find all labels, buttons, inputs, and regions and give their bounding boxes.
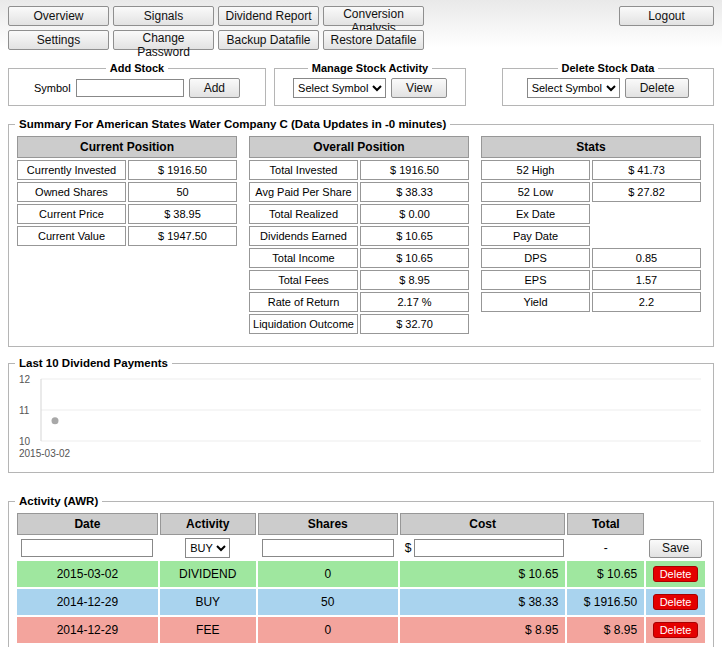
activity-legend: Activity (AWR) [15, 495, 102, 507]
nav-backup-datafile-button[interactable]: Backup Datafile [218, 30, 319, 50]
delete-symbol-select[interactable]: Select Symbol [527, 78, 620, 98]
row-label: Total Realized [249, 204, 358, 224]
add-stock-button[interactable]: Add [189, 78, 240, 98]
table-row: Liquidation Outcome$ 32.70 [249, 314, 469, 334]
action-header [646, 513, 705, 535]
manage-activity-panel: Manage Stock Activity Select Symbol View [274, 62, 466, 106]
row-label: 52 High [481, 160, 590, 180]
activity-cost: $ 8.95 [400, 617, 566, 643]
row-value [592, 226, 701, 246]
table-row: Avg Paid Per Share$ 38.33 [249, 182, 469, 202]
nav-signals-button[interactable]: Signals [113, 6, 214, 26]
svg-text:2015-03-02: 2015-03-02 [19, 448, 71, 459]
table-row: Pay Date [481, 226, 701, 246]
total-placeholder: - [567, 537, 644, 559]
activity-type: FEE [160, 617, 256, 643]
dividend-chart-section: Last 10 Dividend Payments 1211102015-03-… [8, 357, 714, 473]
activity-date: 2014-12-29 [17, 589, 158, 615]
table-row: 52 High$ 41.73 [481, 160, 701, 180]
stats-table: Stats 52 High$ 41.73 52 Low$ 27.82 Ex Da… [479, 134, 703, 314]
row-value: $ 10.65 [360, 226, 469, 246]
activity-cost: $ 38.33 [400, 589, 566, 615]
nav-restore-datafile-button[interactable]: Restore Datafile [323, 30, 424, 50]
row-value: 1.57 [592, 270, 701, 290]
nav-row-2: Settings Change Password Backup Datafile… [8, 30, 714, 50]
row-label: Yield [481, 292, 590, 312]
action-panels: Add Stock Symbol Add Manage Stock Activi… [8, 62, 714, 106]
add-stock-legend: Add Stock [106, 62, 168, 74]
row-value: $ 41.73 [592, 160, 701, 180]
nav-conversion-analysis-button[interactable]: Conversion Analysis [323, 6, 424, 26]
table-row: Rate of Return2.17 % [249, 292, 469, 312]
activity-row-fee: 2014-12-29 FEE 0 $ 8.95 $ 8.95 Delete [17, 617, 705, 643]
date-input[interactable] [21, 539, 153, 557]
add-stock-panel: Add Stock Symbol Add [8, 62, 266, 106]
cost-header: Cost [400, 513, 566, 535]
table-row: DPS0.85 [481, 248, 701, 268]
activity-type: DIVIDEND [160, 561, 256, 587]
row-label: Total Fees [249, 270, 358, 290]
activity-type-select[interactable]: BUY [185, 538, 230, 558]
dividend-chart: 1211102015-03-02 [15, 373, 707, 465]
nav-change-password-button[interactable]: Change Password [113, 30, 214, 50]
activity-header-row: Date Activity Shares Cost Total [17, 513, 705, 535]
activity-total: $ 10.65 [567, 561, 644, 587]
row-value: $ 38.95 [128, 204, 237, 224]
current-position-header: Current Position [17, 136, 237, 158]
view-button[interactable]: View [391, 78, 447, 98]
table-row: Total Invested$ 1916.50 [249, 160, 469, 180]
nav-overview-button[interactable]: Overview [8, 6, 109, 26]
delete-row-button[interactable]: Delete [653, 622, 699, 638]
activity-table: Date Activity Shares Cost Total BUY [15, 511, 707, 645]
table-row: Yield2.2 [481, 292, 701, 312]
logout-button[interactable]: Logout [619, 6, 714, 26]
delete-stock-legend: Delete Stock Data [558, 62, 659, 74]
row-label: Ex Date [481, 204, 590, 224]
activity-input-row: BUY $ - Save [17, 537, 705, 559]
summary-legend: Summary For American States Water Compan… [15, 118, 450, 130]
date-header: Date [17, 513, 158, 535]
nav-dividend-report-button[interactable]: Dividend Report [218, 6, 319, 26]
row-label: Dividends Earned [249, 226, 358, 246]
row-value [592, 204, 701, 224]
row-value: $ 10.65 [360, 248, 469, 268]
activity-shares: 0 [258, 561, 398, 587]
row-label: Pay Date [481, 226, 590, 246]
activity-row-dividend: 2015-03-02 DIVIDEND 0 $ 10.65 $ 10.65 De… [17, 561, 705, 587]
dividend-chart-legend: Last 10 Dividend Payments [15, 357, 172, 369]
delete-stock-panel: Delete Stock Data Select Symbol Delete [502, 62, 714, 106]
symbol-input[interactable] [76, 79, 184, 97]
activity-total: $ 8.95 [567, 617, 644, 643]
row-value: $ 32.70 [360, 314, 469, 334]
row-label: 52 Low [481, 182, 590, 202]
overall-position-table: Overall Position Total Invested$ 1916.50… [247, 134, 471, 336]
row-label: Current Value [17, 226, 126, 246]
row-label: Avg Paid Per Share [249, 182, 358, 202]
shares-input[interactable] [262, 539, 394, 557]
dollar-prefix: $ [405, 541, 412, 555]
delete-stock-button[interactable]: Delete [625, 78, 690, 98]
row-label: Liquidation Outcome [249, 314, 358, 334]
manage-symbol-select[interactable]: Select Symbol [293, 78, 386, 98]
nav-settings-button[interactable]: Settings [8, 30, 109, 50]
row-value: $ 8.95 [360, 270, 469, 290]
activity-date: 2015-03-02 [17, 561, 158, 587]
svg-text:10: 10 [19, 436, 31, 447]
table-row: EPS1.57 [481, 270, 701, 290]
svg-text:11: 11 [19, 405, 30, 416]
table-row: Total Income$ 10.65 [249, 248, 469, 268]
activity-section: Activity (AWR) Date Activity Shares Cost… [8, 495, 714, 647]
overall-position-header: Overall Position [249, 136, 469, 158]
delete-row-button[interactable]: Delete [653, 566, 699, 582]
save-button[interactable]: Save [649, 539, 702, 558]
activity-shares: 50 [258, 589, 398, 615]
table-row: Total Realized$ 0.00 [249, 204, 469, 224]
activity-cost: $ 10.65 [400, 561, 566, 587]
row-value: 0.85 [592, 248, 701, 268]
cost-input[interactable] [414, 539, 564, 557]
summary-section: Summary For American States Water Compan… [8, 118, 714, 347]
delete-row-button[interactable]: Delete [653, 594, 699, 610]
symbol-label: Symbol [34, 82, 71, 94]
activity-total: $ 1916.50 [567, 589, 644, 615]
page: Overview Signals Dividend Report Convers… [0, 0, 722, 647]
